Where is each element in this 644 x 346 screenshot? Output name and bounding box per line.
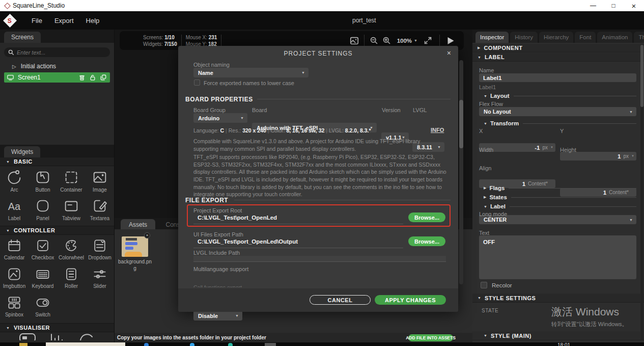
taskbar-icon-4[interactable] bbox=[265, 343, 276, 346]
menu-export[interactable]: Export bbox=[54, 17, 74, 24]
modal-close-icon[interactable]: × bbox=[447, 49, 451, 57]
widget-spinbox[interactable]: Spinbox bbox=[0, 295, 29, 323]
tab-animation[interactable]: Animation bbox=[597, 32, 632, 43]
tab-history[interactable]: History bbox=[510, 32, 538, 43]
taskbar-icon-2[interactable] bbox=[190, 343, 194, 346]
tab-screens[interactable]: Screens bbox=[4, 32, 41, 43]
recolor-checkbox[interactable] bbox=[481, 282, 487, 288]
force-lowercase-checkbox[interactable] bbox=[194, 79, 200, 86]
delete-screen-icon[interactable] bbox=[79, 74, 85, 81]
widget-image[interactable]: Image bbox=[86, 169, 114, 197]
widget-container[interactable]: Container bbox=[57, 169, 86, 197]
inspector-scrollbar-thumb[interactable] bbox=[640, 45, 643, 107]
tab-themes[interactable]: Themes bbox=[634, 32, 644, 43]
widget-dropdown[interactable]: Dropdown bbox=[86, 237, 114, 266]
canvas-area[interactable]: Screens: 1/10 Widgets: 7/150 Mouse X: 23… bbox=[115, 30, 472, 342]
close-button[interactable]: × bbox=[624, 0, 644, 11]
zoom-level-dropdown[interactable]: 100% ▼ bbox=[397, 38, 417, 44]
widget-textarea[interactable]: Textarea bbox=[86, 197, 114, 226]
section-basic[interactable]: ▼ BASIC bbox=[0, 157, 114, 166]
style-settings-header[interactable]: ▼ STYLE SETTINGS bbox=[472, 294, 644, 303]
widget-label[interactable]: Aa Label bbox=[0, 197, 29, 226]
widget-keyboard[interactable]: Keyboard bbox=[29, 266, 57, 295]
screenshot-icon[interactable] bbox=[350, 36, 359, 45]
minimize-button[interactable]: — bbox=[583, 0, 603, 11]
chart-widget-icon[interactable] bbox=[48, 332, 66, 340]
section-controller[interactable]: ▼ CONTROLLER bbox=[0, 226, 114, 235]
widget-imgbutton[interactable]: Imgbutton bbox=[0, 266, 29, 295]
text-textarea[interactable]: OFF bbox=[479, 235, 636, 278]
label-subsection[interactable]: ▼Label bbox=[484, 203, 636, 209]
tab-assets[interactable]: Assets bbox=[121, 219, 155, 230]
menu-help[interactable]: Help bbox=[86, 17, 100, 24]
play-icon[interactable] bbox=[447, 37, 455, 45]
widget-checkbox[interactable]: Checkbox bbox=[29, 237, 57, 266]
component-section-header[interactable]: ▶ COMPONENT bbox=[472, 44, 644, 52]
tab-font[interactable]: Font bbox=[575, 32, 596, 43]
add-file-into-assets-button[interactable]: ADD FILE INTO ASSETS bbox=[408, 334, 453, 341]
tab-hierarchy[interactable]: Hierarchy bbox=[539, 32, 573, 43]
maximize-button[interactable]: □ bbox=[603, 0, 624, 11]
slider-icon bbox=[92, 266, 108, 282]
flex-flow-dropdown[interactable]: No Layout▼ bbox=[479, 107, 636, 116]
search-input[interactable] bbox=[17, 49, 98, 56]
arc-widget-icon[interactable] bbox=[77, 332, 96, 340]
inspector-scrollbar[interactable] bbox=[640, 44, 643, 340]
object-naming-dropdown[interactable]: Name▼ bbox=[193, 68, 309, 77]
states-subsection[interactable]: ▶States bbox=[484, 194, 636, 200]
maximize-icon: □ bbox=[611, 2, 615, 9]
board-label: Board bbox=[252, 107, 267, 113]
spinbox-icon bbox=[6, 295, 22, 311]
y-input[interactable]: 1px▼ bbox=[560, 152, 636, 161]
widget-panel[interactable]: Panel bbox=[29, 197, 57, 226]
menu-file[interactable]: File bbox=[32, 17, 42, 24]
cancel-button[interactable]: CANCEL bbox=[310, 295, 371, 305]
taskbar-icon-1[interactable] bbox=[144, 343, 149, 346]
zoom-in-icon[interactable] bbox=[382, 36, 391, 45]
name-input[interactable]: Label1 bbox=[479, 73, 636, 82]
widget-tabview[interactable]: Tabview bbox=[57, 197, 86, 226]
layout-subsection[interactable]: ▼Layout bbox=[484, 93, 636, 99]
modal-scrollbar[interactable] bbox=[459, 60, 463, 284]
chevron-down-icon: ▼ bbox=[6, 229, 10, 232]
widget-slider[interactable]: Slider bbox=[86, 266, 114, 295]
widget-button[interactable]: Button bbox=[29, 169, 57, 197]
lvgl-include-path-input[interactable] bbox=[193, 256, 446, 262]
chevron-right-icon: ▶ bbox=[478, 46, 480, 50]
tab-inspector[interactable]: Inspector bbox=[475, 32, 509, 43]
label-section-header[interactable]: ▼ LABEL bbox=[472, 53, 644, 62]
switch-icon bbox=[35, 295, 51, 311]
browse-export-root-button[interactable]: Browse... bbox=[408, 212, 445, 222]
section-visualiser[interactable]: ▼ VISUALISER bbox=[0, 323, 114, 332]
widget-calendar[interactable]: Calendar bbox=[0, 237, 29, 266]
browse-ui-files-button[interactable]: Browse... bbox=[408, 236, 445, 246]
project-export-root-value[interactable]: C:\LVGL_Test\port_OpenLed bbox=[198, 215, 277, 221]
info-link[interactable]: INFO bbox=[431, 127, 444, 133]
taskbar-window-sliver[interactable] bbox=[46, 342, 125, 346]
unlock-icon[interactable] bbox=[90, 74, 96, 81]
transform-subsection[interactable]: ▼Transform bbox=[484, 120, 636, 126]
taskbar-app-sliver[interactable] bbox=[19, 343, 27, 346]
taskbar-icon-3[interactable] bbox=[228, 343, 233, 346]
screens-search[interactable] bbox=[4, 47, 110, 57]
apply-changes-button[interactable]: APPLY CHANGES bbox=[375, 295, 446, 305]
widget-arc[interactable]: Arc bbox=[0, 169, 29, 197]
initial-actions-item[interactable]: ▷ Initial actions bbox=[0, 61, 114, 71]
duplicate-screen-icon[interactable] bbox=[100, 74, 106, 81]
asset-thumbnail[interactable] bbox=[122, 236, 148, 257]
zoom-out-icon[interactable] bbox=[370, 36, 378, 45]
modal-scrollbar-thumb[interactable] bbox=[459, 100, 463, 148]
board-group-dropdown[interactable]: Arduino▼ bbox=[193, 113, 247, 123]
ui-files-export-path-value[interactable]: C:\LVGL_Test\port_OpenLed\Output bbox=[198, 238, 298, 245]
bar-widget-icon[interactable] bbox=[18, 332, 37, 340]
tab-widgets[interactable]: Widgets bbox=[4, 146, 40, 157]
widget-switch[interactable]: Switch bbox=[29, 295, 57, 323]
remove-asset-icon[interactable]: × bbox=[144, 232, 150, 238]
screen1-item[interactable]: Screen1 bbox=[4, 72, 110, 83]
widget-roller[interactable]: Roller bbox=[57, 266, 86, 295]
multilanguage-dropdown[interactable]: Disable▼ bbox=[193, 311, 242, 321]
flags-subsection[interactable]: ▶Flags bbox=[484, 185, 636, 191]
widget-colorwheel[interactable]: Colorwheel bbox=[57, 237, 86, 266]
style-main-header[interactable]: ▼ STYLE (MAIN) bbox=[472, 331, 644, 340]
fit-screen-icon[interactable] bbox=[424, 36, 432, 45]
